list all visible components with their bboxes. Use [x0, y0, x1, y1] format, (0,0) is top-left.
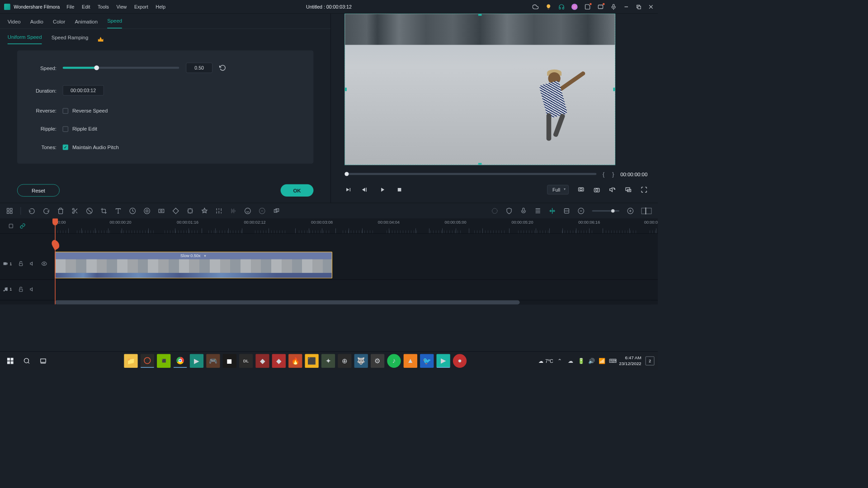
lock-audio-track-icon[interactable]: [18, 286, 24, 292]
menu-export[interactable]: Export: [134, 4, 148, 9]
maximize-button[interactable]: [636, 4, 641, 9]
voiceover-icon[interactable]: [520, 207, 527, 214]
timeline-scrollbar[interactable]: [55, 300, 651, 305]
color-icon[interactable]: [144, 207, 151, 214]
close-button[interactable]: [648, 4, 654, 9]
lightbulb-icon[interactable]: [545, 4, 552, 10]
mark-out-button[interactable]: }: [611, 170, 616, 178]
crop-icon[interactable]: [100, 207, 107, 214]
tab-video[interactable]: Video: [8, 19, 21, 28]
zoom-in-icon[interactable]: [627, 207, 634, 214]
task-app-8[interactable]: ⬛: [305, 354, 318, 367]
delete-icon[interactable]: [57, 207, 64, 214]
reset-button[interactable]: Reset: [17, 184, 60, 197]
headphones-icon[interactable]: [558, 4, 565, 10]
mute-track-icon[interactable]: [30, 261, 35, 266]
timeline-ruler[interactable]: 00:00 00:00:00:20 00:00:01:16 00:00:02:1…: [0, 218, 658, 233]
sub-tab-ramping[interactable]: Speed Ramping: [52, 35, 89, 44]
menu-file[interactable]: File: [66, 4, 74, 9]
ai-audio-icon[interactable]: [244, 207, 251, 214]
zoom-out-icon[interactable]: [578, 207, 585, 214]
render-preview-icon[interactable]: [491, 207, 498, 214]
tray-battery-icon[interactable]: 🔋: [578, 358, 584, 364]
mic-icon[interactable]: [610, 4, 617, 10]
task-chrome[interactable]: [173, 354, 187, 367]
clip-dropdown-icon[interactable]: ▼: [203, 254, 207, 258]
task-app-9[interactable]: ✦: [321, 354, 335, 367]
tab-color[interactable]: Color: [53, 19, 65, 28]
stop-button[interactable]: [396, 186, 403, 193]
notification-center-button[interactable]: 2: [646, 356, 655, 365]
ripple-checkbox[interactable]: [63, 126, 68, 131]
track-add-icon[interactable]: [8, 223, 14, 229]
reset-speed-icon[interactable]: [219, 64, 226, 71]
playhead[interactable]: [55, 218, 56, 304]
tray-onedrive-icon[interactable]: ☁: [568, 358, 574, 364]
snapshot-icon[interactable]: [594, 186, 600, 193]
timeline-zoom-slider[interactable]: [592, 210, 619, 211]
speed-slider[interactable]: [63, 67, 179, 69]
task-spotify[interactable]: ♪: [387, 354, 401, 367]
tray-lang-icon[interactable]: ⌨: [609, 358, 615, 364]
play-button[interactable]: [379, 186, 386, 193]
audio-track-1[interactable]: 1: [0, 280, 658, 300]
play-reverse-button[interactable]: [362, 186, 368, 193]
preview-quality-icon[interactable]: [578, 186, 585, 193]
taskbar-weather[interactable]: ☁ 7°C: [538, 358, 553, 363]
task-view-icon[interactable]: [36, 354, 50, 367]
lock-track-icon[interactable]: [18, 261, 24, 266]
tones-checkbox[interactable]: [63, 144, 68, 150]
preview-zoom-select[interactable]: Full: [547, 185, 569, 194]
tray-chevron-up-icon[interactable]: ⌃: [557, 358, 564, 364]
resize-handle-w[interactable]: [344, 88, 347, 91]
mask-icon[interactable]: [201, 207, 208, 214]
avatar-icon[interactable]: [571, 4, 578, 10]
tray-wifi-icon[interactable]: 📶: [599, 358, 605, 364]
task-app-10[interactable]: ⊕: [338, 354, 351, 367]
cloud-icon[interactable]: [533, 4, 539, 10]
task-app-12[interactable]: ⚙: [371, 354, 384, 367]
duration-input[interactable]: 00:00:03:12: [63, 85, 104, 96]
tones-checkbox-label[interactable]: Maintain Audio Pitch: [63, 144, 119, 150]
magnet-icon[interactable]: [563, 207, 570, 214]
task-app-1[interactable]: ▶: [190, 354, 203, 367]
task-nvidia[interactable]: ⬛: [157, 354, 170, 367]
task-app-2[interactable]: 🎮: [206, 354, 220, 367]
task-filmora[interactable]: ▶: [436, 354, 450, 367]
track-motion-icon[interactable]: [187, 207, 193, 214]
media-drawer-icon[interactable]: [6, 207, 13, 214]
ripple-checkbox-label[interactable]: Ripple Edit: [63, 126, 97, 132]
safe-zone-icon[interactable]: [506, 207, 513, 214]
video-track-1[interactable]: 1 Slow 0.50x ▼: [0, 251, 658, 280]
marker-add-icon[interactable]: [549, 207, 556, 214]
reverse-checkbox-label[interactable]: Reverse Speed: [63, 108, 108, 114]
stabilize-icon[interactable]: [259, 207, 265, 214]
video-clip[interactable]: Slow 0.50x ▼: [55, 252, 332, 278]
disable-icon[interactable]: [86, 207, 93, 214]
hide-track-icon[interactable]: [41, 261, 47, 266]
zoom-slider-thumb[interactable]: [611, 209, 615, 213]
minimize-button[interactable]: [623, 4, 629, 9]
mute-audio-track-icon[interactable]: [30, 286, 35, 292]
speed-value-input[interactable]: 0.50: [186, 63, 212, 73]
reverse-checkbox[interactable]: [63, 108, 68, 113]
task-app-11[interactable]: 🐺: [354, 354, 368, 367]
message-icon[interactable]: [598, 4, 604, 10]
keyframe-icon[interactable]: [172, 207, 179, 214]
task-obs[interactable]: [141, 354, 154, 367]
task-app-7[interactable]: 🔥: [288, 354, 302, 367]
task-app-3[interactable]: ◼: [223, 354, 236, 367]
text-icon[interactable]: [115, 207, 122, 214]
task-app-4[interactable]: DL: [239, 354, 253, 367]
tab-speed[interactable]: Speed: [107, 18, 122, 28]
menu-edit[interactable]: Edit: [82, 4, 90, 9]
adjust-icon[interactable]: [216, 207, 222, 214]
taskbar-search-icon[interactable]: [20, 354, 33, 367]
sub-tab-uniform[interactable]: Uniform Speed: [8, 34, 42, 44]
task-app-6[interactable]: ◆: [272, 354, 286, 367]
resize-handle-n[interactable]: [478, 14, 482, 16]
start-button[interactable]: [4, 354, 17, 367]
tab-audio[interactable]: Audio: [30, 19, 43, 28]
menu-view[interactable]: View: [116, 4, 127, 9]
marker-area[interactable]: [0, 234, 658, 251]
